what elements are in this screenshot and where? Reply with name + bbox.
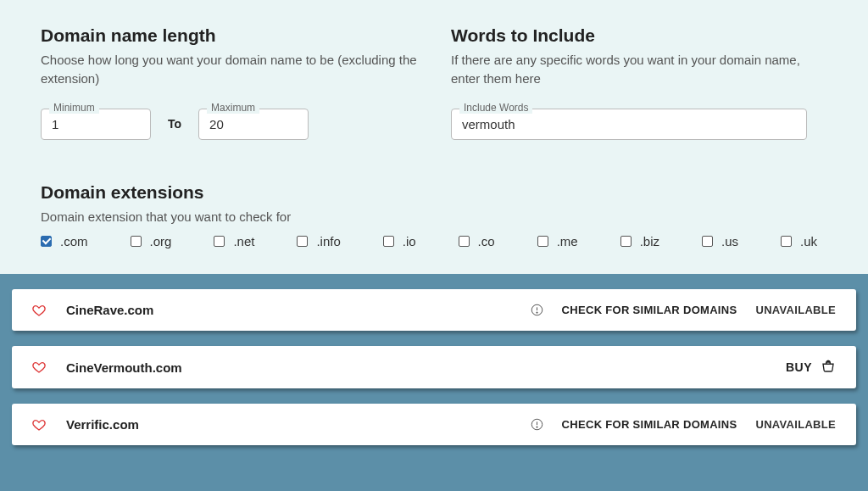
words-desc: If there are any specific words you want…	[451, 51, 827, 88]
checkbox-icon[interactable]	[620, 236, 632, 247]
heart-icon[interactable]	[32, 418, 46, 432]
result-actions: CHECK FOR SIMILAR DOMAINSUNAVAILABLE	[531, 304, 836, 316]
maximum-label: Maximum	[207, 102, 259, 114]
buy-label: BUY	[786, 360, 812, 374]
domain-name: CineRave.com	[66, 303, 531, 317]
extension-label: .io	[403, 234, 416, 248]
extension-label: .us	[721, 234, 738, 248]
minimum-label: Minimum	[49, 102, 99, 114]
result-row: Verrific.comCHECK FOR SIMILAR DOMAINSUNA…	[12, 404, 856, 445]
checkbox-icon[interactable]	[781, 236, 792, 247]
checkbox-icon[interactable]	[702, 236, 713, 247]
extension-label: .uk	[800, 234, 817, 248]
check-similar-link[interactable]: CHECK FOR SIMILAR DOMAINS	[562, 418, 737, 431]
to-label: To	[168, 117, 181, 131]
words-title: Words to Include	[451, 25, 827, 46]
extensions-title: Domain extensions	[41, 182, 827, 203]
extension-label: .com	[60, 234, 88, 248]
extension-option-uk[interactable]: .uk	[781, 234, 817, 248]
result-row: CineRave.comCHECK FOR SIMILAR DOMAINSUNA…	[12, 289, 856, 331]
checkbox-icon[interactable]	[131, 236, 142, 247]
result-row: CineVermouth.comBUY	[12, 346, 856, 388]
length-title: Domain name length	[41, 25, 417, 46]
checkbox-icon[interactable]	[459, 236, 470, 247]
checkbox-icon[interactable]	[214, 236, 225, 247]
extensions-desc: Domain extension that you want to check …	[41, 208, 827, 226]
extension-option-com[interactable]: .com	[41, 234, 88, 248]
extension-label: .info	[316, 234, 340, 248]
domain-name: Verrific.com	[66, 417, 531, 432]
extensions-section: Domain extensions Domain extension that …	[41, 182, 827, 249]
extension-option-info[interactable]: .info	[297, 234, 340, 248]
checkbox-icon[interactable]	[383, 236, 394, 247]
checkbox-icon[interactable]	[297, 236, 308, 247]
extension-option-me[interactable]: .me	[537, 234, 578, 248]
checkbox-icon[interactable]	[537, 236, 548, 247]
heart-icon[interactable]	[32, 360, 46, 374]
extension-option-org[interactable]: .org	[131, 234, 172, 248]
status-unavailable: UNAVAILABLE	[755, 304, 836, 316]
svg-point-5	[536, 427, 537, 427]
extension-label: .net	[233, 234, 254, 248]
domain-name: CineVermouth.com	[66, 360, 786, 375]
words-include-section: Words to Include If there are any specif…	[451, 25, 827, 140]
extension-label: .biz	[640, 234, 659, 248]
length-desc: Choose how long you want your domain nam…	[41, 51, 417, 88]
status-unavailable: UNAVAILABLE	[755, 418, 836, 431]
extension-option-co[interactable]: .co	[459, 234, 495, 248]
include-words-label: Include Words	[459, 102, 532, 114]
cart-icon	[821, 360, 836, 375]
extension-option-us[interactable]: .us	[702, 234, 738, 248]
check-similar-link[interactable]: CHECK FOR SIMILAR DOMAINS	[562, 304, 737, 316]
result-actions: CHECK FOR SIMILAR DOMAINSUNAVAILABLE	[531, 418, 836, 431]
warning-icon	[531, 304, 543, 316]
extension-option-biz[interactable]: .biz	[620, 234, 659, 248]
extension-option-io[interactable]: .io	[383, 234, 416, 248]
checkbox-icon[interactable]	[41, 236, 52, 247]
filters-panel: Domain name length Choose how long you w…	[0, 0, 868, 274]
heart-icon[interactable]	[32, 304, 46, 317]
domain-length-section: Domain name length Choose how long you w…	[41, 25, 417, 140]
buy-button[interactable]: BUY	[786, 360, 836, 375]
extension-label: .me	[557, 234, 578, 248]
result-actions: BUY	[786, 360, 836, 375]
svg-point-2	[536, 312, 537, 313]
warning-icon	[531, 418, 543, 431]
extension-label: .org	[150, 234, 172, 248]
extension-label: .co	[478, 234, 495, 248]
extension-option-net[interactable]: .net	[214, 234, 254, 248]
